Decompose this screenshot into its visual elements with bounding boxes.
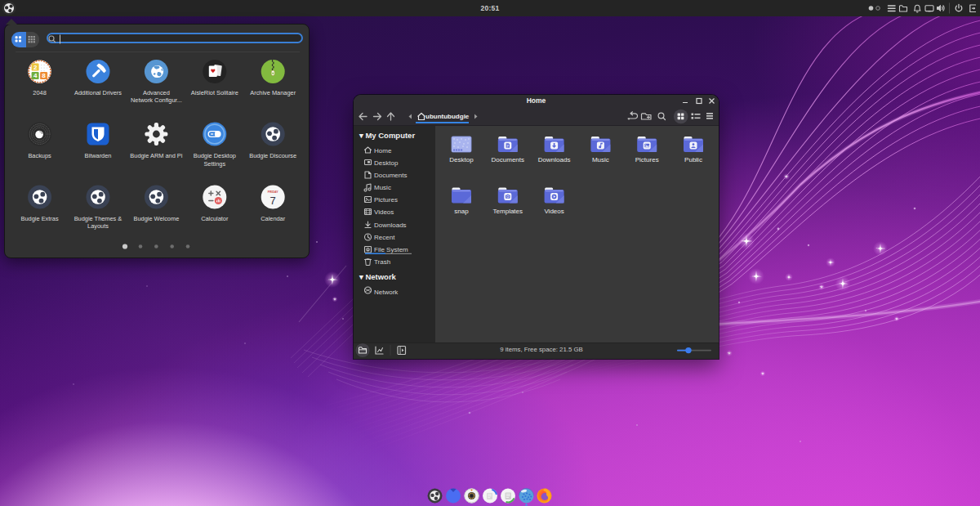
svg-text:7: 7 bbox=[270, 195, 276, 207]
svg-text:8: 8 bbox=[42, 72, 46, 79]
svg-text:FRIDAY: FRIDAY bbox=[268, 190, 279, 194]
svg-text:4: 4 bbox=[33, 72, 38, 79]
svg-text:2: 2 bbox=[33, 64, 38, 71]
